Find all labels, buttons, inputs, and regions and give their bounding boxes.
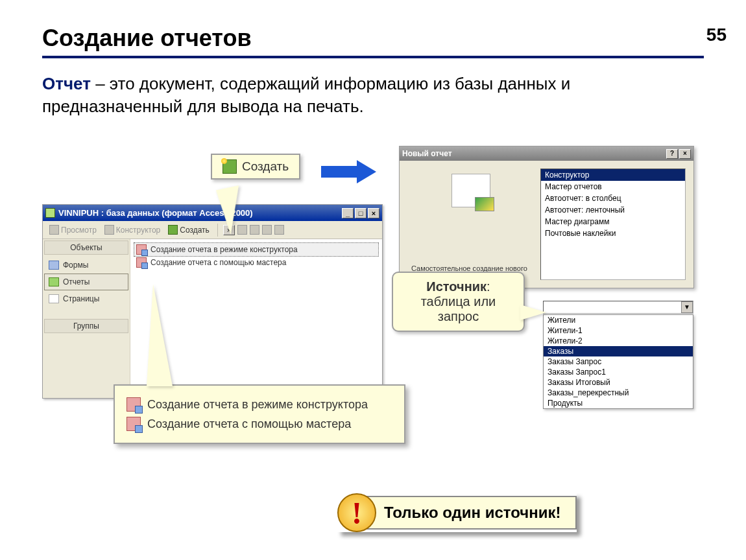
title-rule: [42, 56, 704, 58]
source-option[interactable]: Заказы Итоговый: [544, 377, 693, 388]
source-option[interactable]: Жители: [544, 315, 693, 325]
create-callout-label: Создать: [242, 159, 289, 174]
flow-arrow-icon: [321, 160, 379, 183]
sidebar-item-forms[interactable]: Формы: [44, 257, 128, 274]
report-wizard-icon: [136, 257, 147, 268]
exclamation-icon: !: [337, 493, 376, 532]
forms-icon: [49, 261, 59, 270]
pages-icon: [49, 294, 59, 303]
zoom-row: Создание отчета в режиме конструктора: [126, 395, 392, 414]
preview-button[interactable]: Просмотр: [47, 224, 99, 236]
dialog-titlebar: Новый отчет ? ×: [400, 146, 693, 161]
definition-text: Отчет – это документ, содержащий информа…: [42, 73, 704, 118]
sidebar-header-objects[interactable]: Объекты: [44, 240, 128, 255]
page-number: 55: [706, 25, 727, 45]
database-window: VINNIPUH : база данных (формат Access 20…: [42, 204, 383, 399]
source-callout-tail: [520, 305, 546, 320]
source-option[interactable]: Заказы Запрос: [544, 356, 693, 367]
sidebar-item-reports[interactable]: Отчеты: [44, 274, 128, 290]
design-button[interactable]: Конструктор: [102, 224, 163, 236]
alert-box: ! Только один источник!: [337, 493, 577, 532]
page-title: Создание отчетов: [42, 25, 704, 52]
dialog-close-button[interactable]: ×: [679, 149, 691, 159]
list-item[interactable]: Создание отчета с помощью мастера: [134, 256, 378, 269]
report-wizard-icon: [126, 417, 141, 431]
preview-icon: [49, 225, 59, 235]
report-type-option[interactable]: Мастер диаграмм: [541, 216, 685, 228]
zoom-callout-tail: [147, 284, 173, 386]
close-button[interactable]: ×: [368, 208, 379, 218]
create-callout: Создать: [211, 154, 300, 180]
create-button[interactable]: Создать: [165, 224, 212, 236]
sidebar-header-groups[interactable]: Группы: [44, 319, 128, 333]
report-type-option[interactable]: Почтовые наклейки: [541, 228, 685, 239]
source-option[interactable]: Заказы_перекрестный: [544, 388, 693, 398]
report-wizard-icon: [126, 397, 141, 412]
dialog-preview-icon: [451, 174, 490, 207]
definition-term: Отчет: [42, 74, 91, 93]
report-type-option[interactable]: Конструктор: [541, 169, 685, 181]
minimize-button[interactable]: _: [342, 208, 354, 218]
db-titlebar: VINNIPUH : база данных (формат Access 20…: [43, 205, 382, 221]
source-option[interactable]: Заказы: [544, 346, 693, 356]
maximize-button[interactable]: □: [355, 208, 367, 218]
reports-icon: [49, 277, 59, 286]
report-type-list[interactable]: Конструктор Мастер отчетов Автоотчет: в …: [540, 169, 686, 280]
zoom-callout: Создание отчета в режиме конструктора Со…: [114, 384, 405, 444]
source-callout: Источник: таблица или запрос: [392, 272, 525, 332]
source-option[interactable]: Жители-2: [544, 336, 693, 346]
view-details-icon[interactable]: [274, 225, 284, 235]
report-type-option[interactable]: Автоотчет: ленточный: [541, 204, 685, 216]
db-app-icon: [45, 208, 55, 218]
list-item[interactable]: Создание отчета в режиме конструктора: [134, 243, 378, 256]
create-callout-icon: [223, 159, 237, 174]
sidebar-item-pages[interactable]: Страницы: [44, 290, 128, 307]
report-wizard-icon: [136, 244, 147, 255]
dialog-title: Новый отчет: [402, 149, 452, 158]
source-option[interactable]: Заказы Запрос1: [544, 367, 693, 377]
view-small-icon[interactable]: [250, 225, 259, 235]
chevron-down-icon[interactable]: ▼: [681, 301, 693, 313]
source-callout-label: Источник: [426, 279, 487, 294]
alert-text: Только один источник!: [358, 496, 577, 530]
view-list-icon[interactable]: [262, 225, 272, 235]
db-toolbar: Просмотр Конструктор Создать ×: [43, 221, 382, 239]
report-type-option[interactable]: Мастер отчетов: [541, 181, 685, 192]
report-type-option[interactable]: Автоотчет: в столбец: [541, 192, 685, 204]
source-combobox[interactable]: ▼: [543, 301, 693, 314]
help-button[interactable]: ?: [666, 149, 678, 159]
zoom-row: Создание отчета с помощью мастера: [126, 414, 392, 434]
source-option[interactable]: Жители-1: [544, 325, 693, 336]
source-option[interactable]: Продукты: [544, 398, 693, 408]
create-icon: [168, 225, 178, 235]
source-callout-desc: таблица или запрос: [421, 294, 496, 323]
definition-body: – это документ, содержащий информацию из…: [42, 74, 570, 116]
db-sidebar: Объекты Формы Отчеты Страницы Группы: [43, 239, 130, 398]
design-icon: [104, 225, 114, 235]
source-dropdown-list[interactable]: ЖителиЖители-1Жители-2ЗаказыЗаказы Запро…: [543, 314, 693, 409]
new-report-dialog: Новый отчет ? × Самостоятельное создание…: [399, 146, 694, 288]
